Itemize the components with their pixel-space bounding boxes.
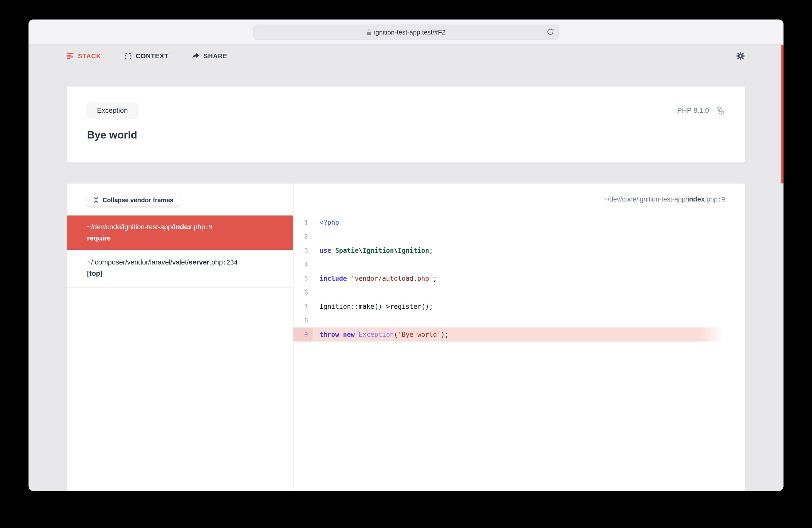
stack-frame[interactable]: ~/.composer/vendor/laravel/valet/server.… (67, 250, 293, 288)
collapse-vendor-frames-label: Collapse vendor frames (102, 196, 173, 204)
settings-button[interactable] (736, 52, 745, 60)
page-scrollbar[interactable] (781, 45, 783, 184)
stack-trace-card: Collapse vendor frames ~/dev/code/igniti… (67, 184, 745, 491)
code-text: include 'vendor/autoload.php'; (313, 272, 724, 285)
tab-share[interactable]: SHARE (192, 52, 228, 60)
code-line: 7Ignition::make()->register(); (293, 299, 724, 313)
page-content: STACK CONTEXT (29, 45, 783, 491)
line-number: 5 (293, 272, 313, 285)
line-number: 4 (293, 258, 313, 272)
line-number: 2 (293, 230, 313, 244)
frames-panel: Collapse vendor frames ~/dev/code/igniti… (67, 184, 293, 491)
code-line: 6 (293, 285, 724, 299)
code-panel: ~/dev/code/ignition-test-app/index.php:9… (293, 184, 745, 491)
collapse-vendor-frames-button[interactable]: Collapse vendor frames (87, 193, 180, 206)
code-line: 3use Spatie\Ignition\Ignition; (293, 244, 724, 258)
line-number: 9 (293, 327, 313, 341)
url-text: ignition-test-app.test/#F2 (374, 29, 446, 36)
brackets-icon (125, 53, 132, 59)
address-bar[interactable]: ignition-test-app.test/#F2 (253, 25, 559, 40)
gear-icon (736, 52, 745, 60)
line-number: 8 (293, 313, 313, 327)
code-header-path: ~/dev/code/ignition-test-app/index.php:9 (293, 184, 745, 204)
share-arrow-icon (192, 53, 200, 59)
ignition-nav: STACK CONTEXT (67, 52, 745, 60)
code-line: 4 (293, 258, 724, 272)
tab-context-label: CONTEXT (136, 52, 169, 60)
frame-method: require (87, 233, 287, 244)
stack-frames: ~/dev/code/ignition-test-app/index.php:9… (67, 216, 293, 288)
code-text (313, 285, 724, 299)
tab-stack-label: STACK (78, 52, 101, 60)
lock-icon (366, 29, 372, 35)
exception-type-label: Exception (97, 106, 128, 115)
php-version: PHP 8.1.0 (677, 106, 709, 115)
tab-stack[interactable]: STACK (67, 52, 101, 60)
code-line: 2 (293, 230, 724, 244)
tab-share-label: SHARE (203, 52, 228, 60)
code-text (313, 313, 724, 327)
line-number: 7 (293, 299, 313, 313)
code-text: <?php (313, 216, 724, 230)
exception-message: Bye world (87, 129, 745, 141)
exception-card: Exception PHP 8.1.0 (67, 87, 745, 162)
code-text: use Spatie\Ignition\Ignition; (313, 244, 724, 258)
tab-context[interactable]: CONTEXT (125, 52, 169, 60)
code-text (313, 230, 724, 244)
stack-frame[interactable]: ~/dev/code/ignition-test-app/index.php:9… (67, 216, 293, 250)
code-text: throw new Exception('Bye world'); (313, 327, 724, 341)
screen: ignition-test-app.test/#F2 (0, 0, 812, 528)
code-text (313, 258, 724, 272)
exception-type-badge: Exception (87, 103, 138, 118)
stack-list-icon (67, 53, 74, 59)
reload-icon (546, 28, 554, 36)
code-snippet: 1<?php23use Spatie\Ignition\Ignition;45i… (293, 216, 745, 341)
code-line: 1<?php (293, 216, 724, 230)
code-line-highlighted: 9throw new Exception('Bye world'); (293, 327, 724, 341)
line-number: 1 (293, 216, 313, 230)
frame-path: ~/.composer/vendor/laravel/valet/server.… (87, 257, 287, 268)
browser-window: ignition-test-app.test/#F2 (29, 19, 783, 491)
browser-toolbar: ignition-test-app.test/#F2 (29, 19, 783, 45)
code-line: 8 (293, 313, 724, 327)
collapse-icon (93, 197, 99, 203)
frame-method: [top] (87, 268, 287, 279)
reload-button[interactable] (546, 28, 554, 36)
code-line: 5include 'vendor/autoload.php'; (293, 272, 724, 285)
laravel-icon (715, 105, 725, 116)
line-number: 3 (293, 244, 313, 258)
code-text: Ignition::make()->register(); (313, 299, 724, 313)
line-number: 6 (293, 285, 313, 299)
frame-path: ~/dev/code/ignition-test-app/index.php:9 (87, 221, 287, 233)
